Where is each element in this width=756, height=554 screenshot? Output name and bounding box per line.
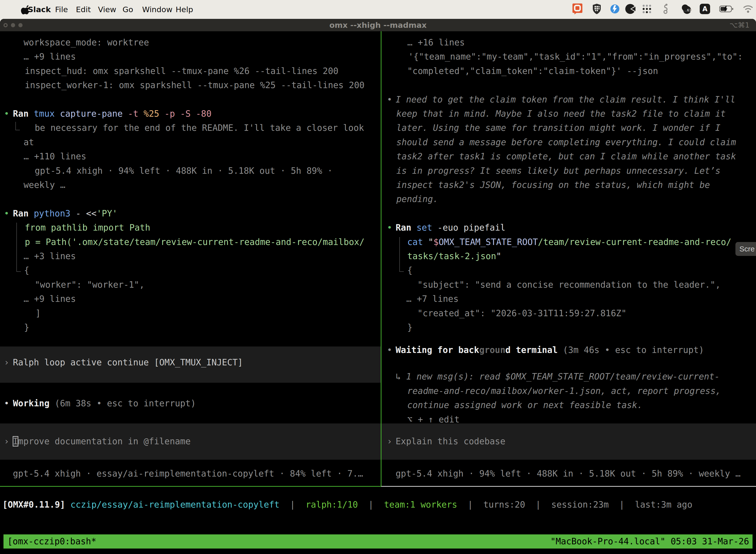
terminal-line: keep that in mind. Maybe I also need the…	[396, 107, 726, 121]
battery-icon[interactable]	[719, 5, 734, 14]
macos-screen: Slack FileEditViewGoWindowHelp	[0, 0, 756, 554]
terminal-line: •	[4, 207, 9, 221]
terminal-line: •	[4, 107, 9, 121]
terminal-line: Ran tmux capture-pane -t %25 -p -S -80	[13, 107, 211, 121]
terminal-line: I need to get the claim token from the c…	[396, 93, 736, 107]
terminal-line: … +110 lines	[23, 150, 86, 164]
ralph-status-text: Ralph loop active continue [OMX_TMUX_INJ…	[13, 355, 243, 370]
tmux-status-bar: [omx-cczip0:bash* "MacBook-Pro-44.local"…	[3, 535, 753, 549]
terminal-line: ]	[36, 306, 41, 321]
terminal-line: later. Using the same for transition mig…	[396, 121, 720, 135]
terminal-line: … +3 lines	[23, 249, 76, 263]
terminal-line: "created_at": "2026-03-31T11:59:27.816Z"	[418, 306, 627, 321]
terminal-line: continue assigned work or next feasible …	[407, 398, 642, 412]
prompt-chevron-icon: ›	[4, 434, 9, 448]
ralph-status-band: › Ralph loop active continue [OMX_TMUX_I…	[0, 346, 381, 383]
terminal-line: … +9 lines	[23, 50, 76, 64]
chevron-icon: ›	[4, 355, 9, 370]
terminal-line: '{"team_name":"my-team","task_id":"1","f…	[408, 50, 743, 64]
menu-item-view[interactable]: View	[98, 0, 116, 19]
terminal-line: readme-and-reco/mailbox/worker-1.json, a…	[407, 384, 721, 398]
tmux-host-clock: "MacBook-Pro-44.local" 05:03 31-Mar-26	[550, 535, 749, 549]
wifi-icon[interactable]	[743, 5, 754, 14]
terminal-line: }	[24, 321, 29, 335]
terminal-line: ↳ 1 new msg(s): read $OMX_TEAM_STATE_ROO…	[396, 370, 719, 384]
hud-status-line: [OMX#0.11.9] cczip/essay/ai-reimplementa…	[2, 498, 693, 512]
connector-corner	[16, 223, 21, 272]
terminal-line: {	[407, 263, 413, 277]
timer-badge-icon[interactable]: ..61	[681, 4, 692, 15]
terminal-line: task2 after task1 is complete, but can I…	[396, 150, 736, 164]
window-titlebar[interactable]: omx --xhigh --madmax ⌥⌘1	[0, 19, 756, 31]
terminal-line: gpt-5.4 xhigh · 94% left · 488K in · 5.1…	[35, 164, 333, 178]
hook-icon[interactable]	[663, 3, 669, 15]
connector-corner	[399, 237, 404, 272]
svg-text:A: A	[702, 5, 707, 13]
input-source-icon[interactable]: A	[699, 3, 710, 15]
prompt-placeholder: Improve documentation in @filename	[13, 434, 190, 448]
terminal-line: … +9 lines	[23, 292, 76, 306]
terminal-line: is in progress? It seems likely but perh…	[396, 164, 720, 178]
shield-grid-icon[interactable]	[592, 4, 601, 15]
terminal-line: inspect_hud: omx sparkshell --tmux-pane …	[25, 64, 338, 78]
terminal-line: cat "$OMX_TEAM_STATE_ROOT/team/review-cu…	[407, 235, 731, 249]
tmux-session-label: [omx-cczip0:bash*	[7, 535, 96, 549]
terminal-line: should send a message before completing …	[396, 135, 736, 150]
terminal-line: tasks/task-2.json"	[407, 249, 501, 263]
terminal-line: {	[24, 263, 29, 277]
lightning-badge-icon[interactable]	[610, 4, 620, 15]
terminal-line: … +16 lines	[407, 36, 465, 50]
terminal-line: Working (6m 38s • esc to interrupt)	[13, 396, 196, 410]
screenshot-tooltip: Scre	[736, 242, 756, 256]
svg-text:..61: ..61	[683, 8, 691, 12]
terminal-line: Waiting for background terminal (3m 46s …	[396, 343, 704, 357]
terminal-body: › Ralph loop active continue [OMX_TMUX_I…	[0, 31, 756, 554]
terminal-line: p = Path('.omx/state/team/review-current…	[25, 235, 365, 249]
terminal-line: •	[387, 343, 392, 357]
prompt-chevron-icon: ›	[387, 434, 392, 448]
terminal-line: "completed","claim_token":"claim-token"}…	[407, 64, 658, 78]
terminal-line: weekly …	[23, 178, 65, 192]
terminal-line: Ran set -euo pipefail	[396, 221, 505, 235]
menu-bar: Slack FileEditViewGoWindowHelp	[0, 0, 756, 19]
window-title: omx --xhigh --madmax	[0, 19, 756, 31]
terminal-line: •	[387, 221, 392, 235]
window-shortcut-badge: ⌥⌘1	[730, 19, 750, 31]
menu-item-help[interactable]: Help	[176, 0, 193, 19]
terminal-line: workspace_mode: worktree	[23, 36, 149, 50]
terminal-line: }	[407, 321, 413, 335]
terminal-line: at	[23, 135, 34, 150]
text-cursor: I	[13, 436, 18, 446]
terminal-line: inspect task2's JSON, focusing on the st…	[396, 178, 710, 192]
prompt-input-right[interactable]: › Explain this codebase	[381, 424, 756, 460]
terminal-line: Ran python3 - <<'PY'	[13, 207, 117, 221]
connector-corner	[15, 122, 20, 130]
prompt-input-left[interactable]: › Improve documentation in @filename	[0, 424, 381, 460]
terminal-line: pending.	[396, 192, 438, 206]
prompt-placeholder: Explain this codebase	[396, 434, 505, 448]
tmux-pane-hud[interactable]: › Ralph loop active continue [OMX_TMUX_I…	[0, 31, 381, 486]
terminal-line: … +7 lines	[406, 292, 459, 306]
chat-icon[interactable]	[572, 3, 582, 15]
dots-grid-icon[interactable]	[642, 4, 652, 15]
terminal-line: inspect_worker-1: omx sparkshell --tmux-…	[25, 78, 365, 92]
terminal-line: "subject": "send a concise recommendatio…	[418, 278, 720, 292]
terminal-line: •	[4, 396, 9, 410]
terminal-line: •	[387, 93, 392, 107]
terminal-line: gpt-5.4 xhigh · essay/ai-reimplementatio…	[13, 466, 363, 481]
terminal-line: from pathlib import Path	[25, 221, 150, 235]
terminal-line: be necessary for the end of the README. …	[35, 121, 364, 135]
disc-wedge-icon[interactable]	[625, 4, 635, 15]
terminal-window: omx --xhigh --madmax ⌥⌘1 › Ralph loop ac…	[0, 19, 756, 554]
terminal-line: ⌥ + ↑ edit	[407, 412, 460, 427]
terminal-line: "worker": "worker-1",	[35, 278, 145, 292]
pane-bottom-border-right	[381, 486, 756, 487]
menu-item-go[interactable]: Go	[123, 0, 133, 19]
terminal-line: gpt-5.4 xhigh · 94% left · 488K in · 5.1…	[396, 466, 741, 481]
menu-item-file[interactable]: File	[55, 0, 68, 19]
menu-app-name[interactable]: Slack	[28, 0, 51, 19]
tmux-pane-worker[interactable]: Scre › Explain this codebase … +16 lines…	[381, 31, 756, 486]
menu-item-window[interactable]: Window	[142, 0, 172, 19]
pane-bottom-border-left	[0, 486, 381, 487]
menu-item-edit[interactable]: Edit	[76, 0, 91, 19]
